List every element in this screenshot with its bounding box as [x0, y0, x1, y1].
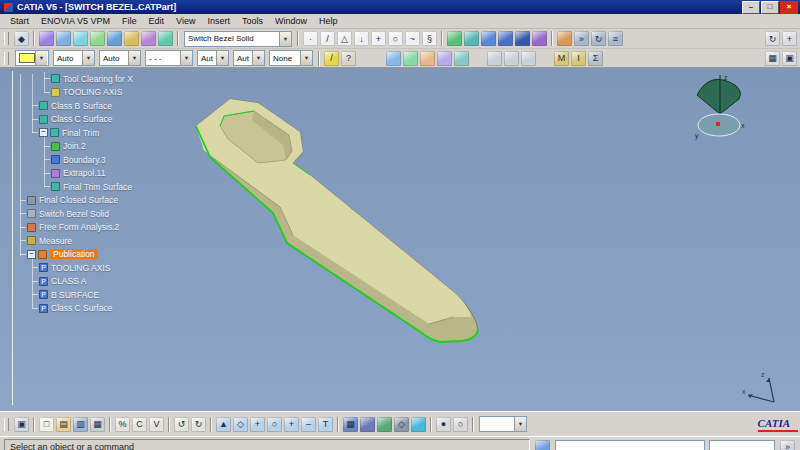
curvature-analysis-icon[interactable]	[403, 51, 418, 66]
mass-properties-icon[interactable]: Σ	[588, 51, 603, 66]
tree-item-class-c-surface[interactable]: Class C Surface	[2, 113, 133, 127]
layer-combo[interactable]: None▼	[269, 50, 313, 66]
tree-item-join-2[interactable]: Join.2	[2, 140, 133, 154]
tree-expander[interactable]: −	[27, 250, 36, 259]
shape-fillet-icon[interactable]	[557, 31, 572, 46]
swap-visible-space-icon[interactable]: ○	[453, 417, 468, 432]
3d-compass[interactable]: z x y	[695, 74, 745, 140]
surfacic-curvature-icon[interactable]	[437, 51, 452, 66]
measure-item-icon[interactable]: I	[571, 51, 586, 66]
wireframe-icon[interactable]: ◇	[394, 417, 409, 432]
blend-surface-icon[interactable]	[158, 31, 173, 46]
tree-item-tool-clearing-for-x[interactable]: Tool Clearing for X	[2, 72, 133, 86]
menu-item-tools[interactable]: Tools	[236, 16, 269, 26]
sweep-surface-icon[interactable]	[107, 31, 122, 46]
rotate-view-icon[interactable]: ○	[267, 417, 282, 432]
menu-item-insert[interactable]: Insert	[201, 16, 236, 26]
fit-all-in-icon[interactable]: ◇	[233, 417, 248, 432]
offset-surface-icon[interactable]	[90, 31, 105, 46]
render-style-combo[interactable]: Aut▼	[233, 50, 265, 66]
zoom-in-icon[interactable]: +	[284, 417, 299, 432]
menu-item-file[interactable]: File	[116, 16, 143, 26]
close-button[interactable]: ×	[780, 1, 798, 14]
tree-item-switch-bezel-solid[interactable]: Switch Bezel Solid	[2, 207, 133, 221]
new-file-icon[interactable]: □	[39, 417, 54, 432]
hide-show-icon[interactable]: ●	[436, 417, 451, 432]
shading-icon[interactable]	[360, 417, 375, 432]
dropdown-arrow-icon[interactable]: ▼	[300, 51, 312, 65]
power-input-field[interactable]	[709, 440, 775, 450]
current-solid-combo[interactable]: Switch Bezel Solid▼	[184, 31, 292, 47]
grid-icon[interactable]: ▦	[765, 51, 780, 66]
multi-view-icon[interactable]: ▦	[343, 417, 358, 432]
desk-icon[interactable]: ▣	[14, 417, 29, 432]
tree-item-extrapol-11[interactable]: Extrapol.11	[2, 167, 133, 181]
multi-section-surface-icon[interactable]	[141, 31, 156, 46]
dropdown-arrow-icon[interactable]: ▼	[279, 32, 291, 46]
boundary-icon[interactable]	[515, 31, 530, 46]
3d-viewport[interactable]: z x y x z Tool Clearing for XTOOLING AXI…	[0, 68, 800, 411]
axis-system-icon[interactable]: +	[782, 31, 797, 46]
tree-item-tooling-axis[interactable]: PTOOLING AXIS	[2, 261, 133, 275]
join-icon[interactable]	[447, 31, 462, 46]
snap-to-point-icon[interactable]: ▣	[782, 51, 797, 66]
tree-expander[interactable]: −	[39, 128, 48, 137]
tree-item-class-a[interactable]: PCLASS A	[2, 275, 133, 289]
line-type-combo[interactable]: - - -▼	[145, 50, 193, 66]
menu-item-help[interactable]: Help	[313, 16, 344, 26]
spline-icon[interactable]: ~	[405, 31, 420, 46]
menu-item-view[interactable]: View	[170, 16, 201, 26]
undo-icon[interactable]: ↺	[174, 417, 189, 432]
switch-bezel-model[interactable]	[196, 99, 478, 342]
translate-icon[interactable]: »	[574, 31, 589, 46]
graphic-wizard-icon[interactable]: ?	[341, 51, 356, 66]
revolution-surface-icon[interactable]	[56, 31, 71, 46]
tree-item-class-c-surface[interactable]: PClass C Surface	[2, 302, 133, 316]
distance-analysis-icon[interactable]	[386, 51, 401, 66]
cut-icon[interactable]: %	[115, 417, 130, 432]
opacity-combo[interactable]: Auto▼	[53, 50, 95, 66]
extrude-surface-icon[interactable]	[39, 31, 54, 46]
point-symbol-combo[interactable]: Aut▼	[197, 50, 229, 66]
copy-icon[interactable]: C	[132, 417, 147, 432]
trim-icon[interactable]	[498, 31, 513, 46]
helix-icon[interactable]: §	[422, 31, 437, 46]
porcupine-analysis-icon[interactable]	[454, 51, 469, 66]
tree-item-free-form-analysis-2[interactable]: Free Form Analysis.2	[2, 221, 133, 235]
menu-item-start[interactable]: Start	[4, 16, 35, 26]
projection-icon[interactable]: ↓	[354, 31, 369, 46]
pan-icon[interactable]: +	[250, 417, 265, 432]
graphic-color-combo[interactable]: ▼	[15, 50, 49, 66]
maximize-button[interactable]: □	[761, 1, 779, 14]
line-weight-combo[interactable]: Auto▼	[99, 50, 141, 66]
minimize-button[interactable]: –	[742, 1, 760, 14]
symmetry-icon[interactable]: ≡	[608, 31, 623, 46]
tree-item-boundary-3[interactable]: Boundary.3	[2, 153, 133, 167]
line-icon[interactable]: /	[320, 31, 335, 46]
tree-item-publication[interactable]: −Publication	[2, 248, 133, 262]
paste-icon[interactable]: V	[149, 417, 164, 432]
save-icon[interactable]: ▥	[73, 417, 88, 432]
redo-icon[interactable]: ↻	[191, 417, 206, 432]
custom-view-mode-icon[interactable]	[411, 417, 426, 432]
rotate-transform-icon[interactable]: ↻	[591, 31, 606, 46]
highlight-lines-icon[interactable]	[521, 51, 536, 66]
menu-item-enovia-v5-vpm[interactable]: ENOVIA V5 VPM	[35, 16, 116, 26]
extract-icon[interactable]	[532, 31, 547, 46]
dialog-field[interactable]	[555, 440, 705, 450]
split-icon[interactable]	[481, 31, 496, 46]
dropdown-arrow-icon[interactable]: ▼	[128, 51, 140, 65]
quick-print-icon[interactable]: ▦	[90, 417, 105, 432]
zoom-out-icon[interactable]: –	[301, 417, 316, 432]
menu-item-edit[interactable]: Edit	[143, 16, 171, 26]
expand-status-icon[interactable]: »	[780, 440, 795, 450]
dropdown-arrow-icon[interactable]: ▼	[35, 51, 47, 65]
sphere-surface-icon[interactable]	[73, 31, 88, 46]
dropdown-arrow-icon[interactable]: ▼	[82, 51, 94, 65]
tree-item-final-closed-surface[interactable]: Final Closed Surface	[2, 194, 133, 208]
tree-item-final-trim-surface[interactable]: Final Trim Surface	[2, 180, 133, 194]
circle-icon[interactable]: ○	[388, 31, 403, 46]
tree-item-b-surface[interactable]: PB SURFACE	[2, 288, 133, 302]
reflection-lines-icon[interactable]	[504, 51, 519, 66]
healing-icon[interactable]	[464, 31, 479, 46]
